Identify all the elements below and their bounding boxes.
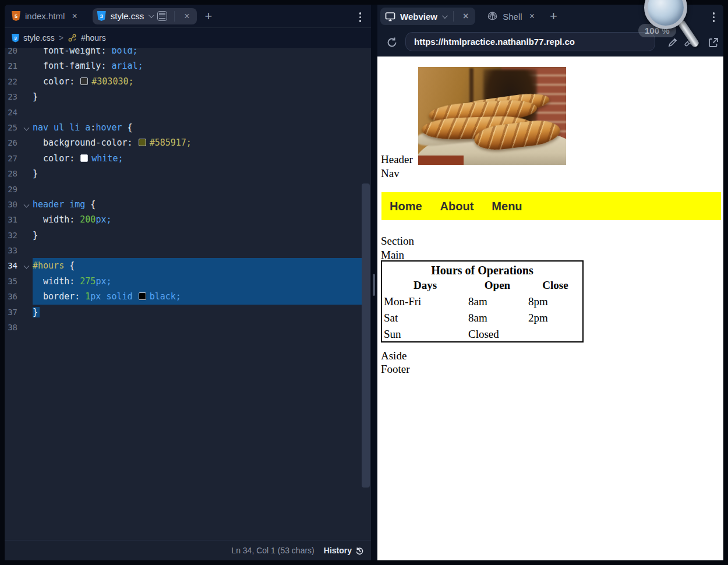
code-line: 22 color: #303030;	[5, 74, 366, 89]
pencil-icon[interactable]	[666, 36, 679, 49]
line-number: 28	[8, 166, 17, 181]
line-number: 35	[8, 274, 17, 289]
tab-webview[interactable]: Webview ×	[380, 8, 475, 25]
code-line: 31 width: 200px;	[5, 212, 366, 227]
tab-label: index.html	[25, 11, 65, 21]
tab-index-html[interactable]: 5 index.html ×	[7, 8, 84, 24]
tab-label: Webview	[400, 12, 437, 22]
editor-panel: 5 index.html × 3 style.css × + 3 style.c…	[5, 5, 371, 560]
code-editor[interactable]: 20 font-weight: bold;21 font-family: ari…	[5, 48, 371, 540]
shell-icon	[487, 11, 498, 22]
code-line: 30header img {	[5, 197, 366, 212]
url-input[interactable]	[405, 32, 655, 51]
nav-link-menu[interactable]: Menu	[492, 200, 522, 213]
footer-label: Footer	[381, 363, 410, 376]
hours-table: Hours of OperationsDaysOpenCloseMon-Fri8…	[381, 260, 584, 342]
new-tab-button[interactable]: +	[550, 9, 557, 24]
code-line: 21 font-family: arial;	[5, 58, 366, 73]
main-label: Main	[381, 249, 404, 262]
code-line: 25nav ul li a:hover {	[5, 120, 366, 135]
color-swatch[interactable]	[139, 139, 146, 146]
line-number: 38	[8, 320, 17, 335]
code-line: 36 border: 1px solid black;	[5, 289, 366, 304]
line-number: 27	[8, 151, 17, 166]
breadcrumb-file[interactable]: style.css	[23, 33, 55, 43]
line-number: 36	[8, 289, 17, 304]
fold-chevron-icon[interactable]	[24, 263, 30, 269]
bread-photo	[418, 67, 566, 165]
webview-panel: Webview × Shell × +	[377, 5, 723, 560]
line-number: 25	[8, 120, 17, 135]
code-line: 32}	[5, 228, 366, 243]
color-swatch[interactable]	[80, 77, 88, 85]
header-label: Header	[381, 153, 413, 166]
code-line: 33	[5, 243, 366, 258]
refresh-icon[interactable]	[386, 36, 398, 49]
close-icon[interactable]: ×	[527, 10, 537, 22]
close-icon[interactable]: ×	[182, 10, 192, 22]
line-number: 31	[8, 212, 17, 227]
section-label: Section	[381, 235, 414, 248]
code-line: 27 color: white;	[5, 151, 366, 166]
line-number: 32	[8, 228, 17, 243]
monitor-icon	[385, 12, 395, 22]
nav-link-home[interactable]: Home	[390, 200, 422, 213]
editor-scrollbar[interactable]	[362, 183, 370, 488]
nav-link-about[interactable]: About	[440, 200, 474, 213]
open-external-icon[interactable]	[707, 36, 720, 49]
devtools-wrench-icon[interactable]	[683, 36, 695, 49]
close-icon[interactable]: ×	[69, 10, 79, 22]
line-number: 34	[8, 258, 17, 273]
code-line: 20 font-weight: bold;	[5, 48, 366, 58]
new-tab-button[interactable]: +	[205, 9, 213, 24]
color-swatch[interactable]	[139, 292, 146, 300]
line-number: 21	[8, 58, 17, 73]
tab-label: Shell	[503, 12, 522, 22]
chevron-down-icon[interactable]	[149, 12, 154, 18]
chevron-down-icon[interactable]	[442, 13, 448, 19]
line-number: 22	[8, 74, 17, 89]
panel-divider	[371, 5, 377, 560]
breadcrumb-symbol[interactable]: #hours	[81, 33, 106, 43]
line-number: 23	[8, 89, 17, 104]
fold-chevron-icon[interactable]	[24, 202, 30, 207]
line-number: 29	[8, 182, 17, 197]
fold-chevron-icon[interactable]	[24, 125, 30, 131]
code-line: 26 background-color: #585917;	[5, 135, 366, 150]
line-number: 20	[8, 48, 17, 58]
code-line: 24	[5, 105, 366, 120]
kebab-menu-icon[interactable]	[711, 10, 717, 24]
table-row: SunClosed	[382, 326, 582, 342]
html5-icon: 5	[12, 11, 20, 21]
cursor-position: Ln 34, Col 1 (53 chars)	[231, 546, 314, 555]
css-selector-icon	[68, 33, 77, 43]
line-number: 30	[8, 197, 17, 212]
divider	[174, 11, 175, 22]
tab-shell[interactable]: Shell ×	[482, 8, 542, 25]
history-icon	[355, 546, 364, 555]
tab-style-css[interactable]: 3 style.css ×	[93, 8, 197, 24]
history-button[interactable]: History	[324, 546, 364, 555]
breadcrumb-separator: >	[59, 33, 63, 43]
zoom-level-badge: 100 %	[638, 24, 676, 37]
nav-label: Nav	[381, 167, 400, 180]
divider-drag-handle[interactable]	[373, 274, 375, 296]
table-caption: Hours of Operations	[382, 264, 582, 277]
kebab-menu-icon[interactable]	[358, 10, 363, 24]
editor-statusbar: Ln 34, Col 1 (53 chars) History	[5, 540, 371, 560]
code-line: 38	[5, 320, 366, 335]
breadcrumb: 3 style.css > #hours	[5, 28, 371, 48]
line-number: 24	[8, 105, 17, 120]
page-nav-bar: HomeAboutMenu	[381, 192, 721, 220]
line-number: 26	[8, 135, 17, 150]
color-swatch[interactable]	[80, 154, 88, 162]
code-line: 28}	[5, 166, 366, 181]
line-number: 37	[8, 305, 17, 320]
notebook-icon[interactable]	[157, 11, 167, 21]
close-icon[interactable]: ×	[461, 10, 471, 22]
css3-icon: 3	[97, 11, 106, 21]
table-header-row: DaysOpenClose	[382, 277, 582, 294]
code-line: 29	[5, 182, 366, 197]
table-row: Sat8am2pm	[382, 310, 582, 326]
aside-label: Aside	[381, 349, 407, 362]
